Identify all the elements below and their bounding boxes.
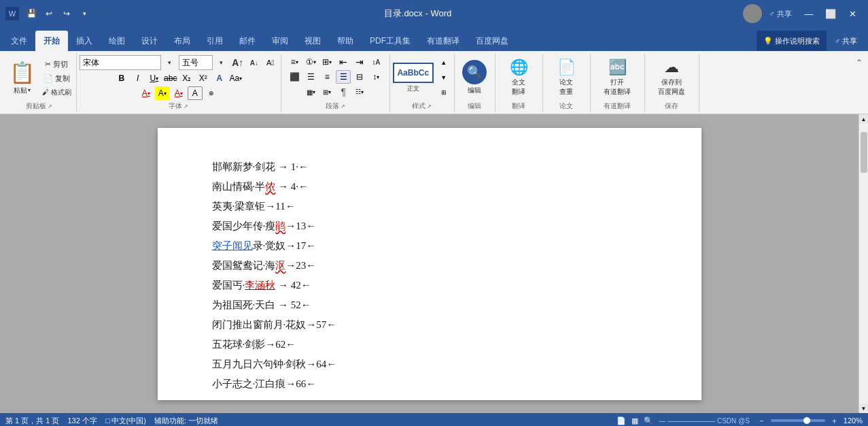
shading-btn[interactable]: ▦▾ — [303, 85, 318, 99]
style-scroll-down[interactable]: ▼ — [436, 71, 451, 84]
minimize-btn[interactable]: — — [799, 4, 819, 23]
redo-btn[interactable]: ↪ — [58, 5, 75, 22]
window-title: 目录.docx - Word — [92, 7, 743, 20]
styles-group: AaBbCc 正文 ▲ ▼ ⊞ 样式 ↗ — [390, 54, 455, 112]
cut-button[interactable]: ✂ 剪切 — [40, 57, 73, 71]
view-icon-3[interactable]: 🔍 — [644, 416, 653, 425]
save-baidu-btn[interactable]: ☁ 保存到百度网盘 — [654, 61, 689, 95]
tab-file[interactable]: 文件 — [3, 31, 35, 51]
tab-home[interactable]: 开始 — [35, 31, 68, 51]
char-spacing-btn[interactable]: Aa▾ — [228, 71, 243, 85]
outline-btn[interactable]: ⊞▾ — [319, 55, 334, 69]
copy-button[interactable]: 📄 复制 — [40, 71, 73, 85]
tab-layout[interactable]: 布局 — [166, 31, 198, 51]
tab-youdao[interactable]: 有道翻译 — [419, 31, 468, 51]
search-box[interactable]: 💡 操作说明搜索 — [757, 31, 827, 51]
document-page[interactable]: 邯郸新梦·剑花 → 1·←南山情碣·半侬 → 4·←英夷·梁章钜→11←爱国少年… — [158, 128, 701, 400]
tab-review[interactable]: 审阅 — [264, 31, 296, 51]
distributed-btn[interactable]: ⊟ — [352, 70, 367, 84]
zoom-thumb[interactable] — [803, 417, 810, 424]
tab-help[interactable]: 帮助 — [329, 31, 362, 51]
justify-btn[interactable]: ☰ — [336, 70, 351, 84]
tab-baidu[interactable]: 百度网盘 — [468, 31, 517, 51]
font-size-input[interactable] — [179, 55, 213, 70]
scroll-thumb[interactable] — [861, 132, 867, 173]
superscript-btn[interactable]: X² — [196, 71, 211, 85]
border-btn[interactable]: ⊞▾ — [319, 85, 334, 99]
align-center-btn[interactable]: ☰ — [303, 70, 318, 84]
open-youdao-btn[interactable]: 🔤 打开有道翻译 — [600, 61, 635, 95]
size-expand-btn[interactable]: ▾ — [214, 56, 229, 69]
restore-btn[interactable]: ⬜ — [820, 4, 841, 23]
tab-view[interactable]: 视图 — [296, 31, 329, 51]
customize-btn[interactable]: ▾ — [76, 5, 92, 22]
vertical-scrollbar[interactable]: ▲ ▼ — [858, 114, 868, 413]
bold-btn[interactable]: B — [114, 71, 129, 85]
style-scroll-up[interactable]: ▲ — [436, 56, 451, 69]
bullet-list-btn[interactable]: ≡▾ — [287, 55, 302, 69]
chinese-layout-btn[interactable]: ☷▾ — [352, 85, 367, 99]
increase-font-btn[interactable]: A↑ — [230, 56, 245, 69]
styles-expand[interactable]: ↗ — [427, 103, 432, 110]
save-quick-btn[interactable]: 💾 — [23, 5, 39, 22]
tab-insert[interactable]: 插入 — [68, 31, 101, 51]
paper-check-btn[interactable]: 📄 论文查重 — [553, 61, 580, 95]
zoom-level[interactable]: 120% — [844, 416, 863, 425]
indent-decrease-btn[interactable]: ⇤ — [336, 55, 351, 69]
clipboard-expand[interactable]: ↗ — [48, 103, 52, 110]
clear-format-btn[interactable]: A⃝ — [263, 56, 278, 69]
char-border-btn[interactable]: A — [188, 86, 203, 100]
user-avatar[interactable] — [743, 4, 762, 23]
align-right-btn[interactable]: ≡ — [319, 70, 334, 84]
zoom-increase-btn[interactable]: ＋ — [831, 416, 838, 426]
font-color-btn[interactable]: A▾ — [139, 86, 154, 100]
quick-access-toolbar: 💾 ↩ ↪ ▾ — [23, 5, 92, 22]
italic-btn[interactable]: I — [131, 71, 145, 85]
zoom-slider[interactable] — [771, 419, 825, 422]
scroll-up-btn[interactable]: ▲ — [859, 114, 869, 124]
close-btn[interactable]: ✕ — [842, 4, 863, 23]
scroll-down-btn[interactable]: ▼ — [859, 404, 869, 413]
font-family-input[interactable] — [80, 55, 161, 70]
format-painter-button[interactable]: 🖌 格式刷 — [40, 86, 73, 99]
style-more[interactable]: ⊞ — [436, 86, 451, 99]
share-btn[interactable]: ♂ 共享 — [763, 5, 797, 22]
ribbon-tab-bar: 文件 开始 插入 绘图 设计 布局 引用 邮件 审阅 视图 帮助 PDF工具集 … — [0, 27, 868, 51]
full-translate-btn[interactable]: 🌐 全文翻译 — [505, 61, 532, 95]
sort-btn[interactable]: ↕A — [368, 55, 383, 69]
align-left-btn[interactable]: ⬛ — [287, 70, 302, 84]
tab-pdf[interactable]: PDF工具集 — [362, 31, 419, 51]
phonetics-btn[interactable]: ⊕ — [204, 86, 219, 100]
find-replace-btn[interactable]: 🔍 编辑 — [462, 60, 487, 95]
ribbon-collapse-btn[interactable]: ⌃ — [853, 54, 865, 112]
highlight-btn[interactable]: A▾ — [155, 86, 170, 100]
share-ribbon-btn[interactable]: ♂ 共享 — [827, 31, 865, 51]
numbered-list-btn[interactable]: ①▾ — [303, 55, 318, 69]
zoom-decrease-btn[interactable]: － — [758, 416, 765, 426]
underline-btn[interactable]: U▾ — [147, 71, 162, 85]
status-bar: 第 1 页，共 1 页 132 个字 □ 中文(中国) 辅助功能: 一切就绪 📄… — [0, 413, 868, 426]
indent-increase-btn[interactable]: ⇥ — [352, 55, 367, 69]
subscript-btn[interactable]: X₂ — [179, 71, 194, 85]
undo-btn[interactable]: ↩ — [41, 5, 57, 22]
paste-button[interactable]: 📋 粘贴▾ — [5, 55, 39, 100]
editing-group-content: 🔍 编辑 — [457, 55, 492, 100]
tab-design[interactable]: 设计 — [133, 31, 166, 51]
style-normal-preview[interactable]: AaBbCc — [393, 63, 434, 83]
tab-draw[interactable]: 绘图 — [101, 31, 133, 51]
font-expand-btn[interactable]: ▾ — [162, 56, 177, 69]
view-icon-1[interactable]: 📄 — [617, 416, 626, 425]
view-icon-2[interactable]: ▦ — [631, 416, 638, 425]
para-expand[interactable]: ↗ — [341, 103, 345, 110]
para-mark-btn[interactable]: ¶ — [336, 85, 351, 99]
font-expand[interactable]: ↗ — [184, 103, 188, 110]
decrease-font-btn[interactable]: A↓ — [247, 56, 262, 69]
tab-mailings[interactable]: 邮件 — [231, 31, 264, 51]
text-effect-btn[interactable]: A — [212, 71, 227, 85]
strikethrough-btn[interactable]: abc — [163, 71, 178, 85]
scroll-track[interactable] — [859, 124, 868, 404]
tab-references[interactable]: 引用 — [198, 31, 231, 51]
font-color-2[interactable]: A▾ — [171, 86, 186, 100]
page-container[interactable]: 邯郸新梦·剑花 → 1·←南山情碣·半侬 → 4·←英夷·梁章钜→11←爱国少年… — [0, 114, 858, 413]
line-spacing-btn[interactable]: ↕▾ — [368, 70, 383, 84]
